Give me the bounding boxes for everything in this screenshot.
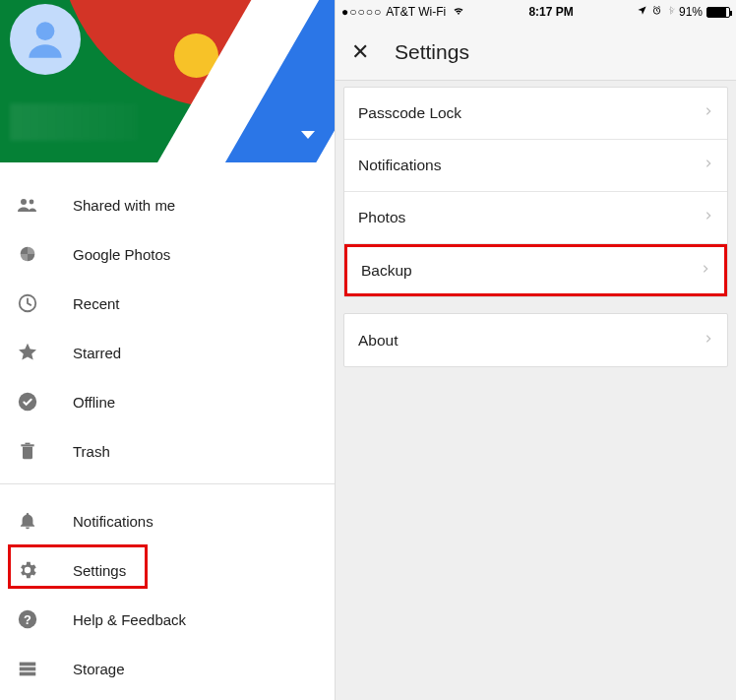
svg-rect-6 xyxy=(26,443,31,445)
sidebar-item-recent[interactable]: Recent xyxy=(0,279,335,328)
account-name-blurred xyxy=(10,103,138,141)
drive-sidebar: Shared with me Google Photos Recent Star… xyxy=(0,0,335,700)
row-notifications[interactable]: Notifications xyxy=(344,140,727,192)
svg-point-2 xyxy=(30,200,34,205)
sidebar-divider xyxy=(0,483,335,484)
sidebar-item-label: Settings xyxy=(73,562,126,579)
settings-header: ✕ Settings xyxy=(336,24,736,81)
settings-title: Settings xyxy=(395,40,469,64)
ios-statusbar: ●○○○○ AT&T Wi-Fi 8:17 PM 91% xyxy=(336,0,736,24)
trash-icon xyxy=(16,439,39,463)
sidebar-item-label: Trash xyxy=(73,443,110,460)
chevron-right-icon xyxy=(704,103,713,123)
sidebar-item-label: Storage xyxy=(73,661,125,677)
chevron-right-icon xyxy=(704,208,713,227)
sidebar-menu-top: Shared with me Google Photos Recent Star… xyxy=(0,162,335,476)
clock-icon xyxy=(16,291,39,315)
offline-icon xyxy=(16,390,39,414)
statusbar-time: 8:17 PM xyxy=(465,5,637,19)
sidebar-item-label: Shared with me xyxy=(73,197,175,214)
row-about[interactable]: About xyxy=(344,314,727,366)
wifi-icon xyxy=(452,5,465,20)
account-dropdown-caret-icon[interactable] xyxy=(301,131,315,139)
location-icon xyxy=(637,5,647,19)
battery-pct: 91% xyxy=(679,5,703,19)
row-label: Photos xyxy=(358,209,704,226)
alarm-icon xyxy=(651,5,662,19)
sidebar-item-offline[interactable]: Offline xyxy=(0,377,335,426)
settings-screen: ●○○○○ AT&T Wi-Fi 8:17 PM 91% ✕ Settings … xyxy=(335,0,736,700)
svg-rect-9 xyxy=(20,663,36,667)
avatar-icon xyxy=(21,15,70,64)
carrier-label: AT&T Wi-Fi xyxy=(386,5,446,19)
storage-icon xyxy=(16,657,39,680)
svg-rect-10 xyxy=(20,668,36,671)
sidebar-item-help-feedback[interactable]: ? Help & Feedback xyxy=(0,595,335,644)
pinwheel-icon xyxy=(16,242,39,266)
svg-rect-5 xyxy=(21,444,33,446)
row-photos[interactable]: Photos xyxy=(344,192,727,244)
sidebar-item-label: Recent xyxy=(73,295,120,312)
chevron-right-icon xyxy=(704,156,713,175)
sidebar-menu-bottom: Notifications Settings ? Help & Feedback… xyxy=(0,492,335,693)
svg-point-1 xyxy=(21,199,27,205)
svg-point-0 xyxy=(36,22,55,40)
sidebar-item-notifications[interactable]: Notifications xyxy=(0,496,335,545)
chevron-right-icon xyxy=(704,331,713,350)
svg-rect-11 xyxy=(20,672,36,676)
star-icon xyxy=(16,341,39,364)
row-label: Backup xyxy=(361,262,701,280)
row-label: Passcode Lock xyxy=(358,104,704,122)
close-icon[interactable]: ✕ xyxy=(351,39,377,65)
sidebar-item-settings[interactable]: Settings xyxy=(0,545,335,595)
signal-dots-icon: ●○○○○ xyxy=(341,5,382,19)
help-icon: ? xyxy=(16,607,39,631)
sidebar-item-label: Notifications xyxy=(73,513,153,530)
sidebar-item-shared-with-me[interactable]: Shared with me xyxy=(0,180,335,229)
sidebar-item-label: Starred xyxy=(73,345,121,361)
sidebar-item-label: Google Photos xyxy=(73,246,170,263)
sidebar-item-google-photos[interactable]: Google Photos xyxy=(0,229,335,279)
row-label: Notifications xyxy=(358,157,704,174)
sidebar-item-starred[interactable]: Starred xyxy=(0,328,335,377)
bluetooth-icon xyxy=(666,4,675,20)
sidebar-header xyxy=(0,0,335,162)
sidebar-item-label: Offline xyxy=(73,394,115,411)
settings-group-1: Passcode Lock Notifications Photos Backu… xyxy=(343,87,728,297)
people-icon xyxy=(16,193,39,217)
svg-text:?: ? xyxy=(24,612,31,627)
row-passcode-lock[interactable]: Passcode Lock xyxy=(344,88,727,140)
settings-group-2: About xyxy=(343,313,728,367)
sidebar-item-label: Help & Feedback xyxy=(73,611,186,628)
gear-icon xyxy=(16,558,39,582)
user-avatar[interactable] xyxy=(10,4,81,75)
sidebar-item-trash[interactable]: Trash xyxy=(0,426,335,476)
sidebar-item-storage[interactable]: Storage xyxy=(0,644,335,693)
statusbar-right: 91% xyxy=(637,4,730,20)
chevron-right-icon xyxy=(701,261,710,281)
bell-icon xyxy=(16,509,39,533)
row-backup[interactable]: Backup xyxy=(344,244,727,296)
app-screens: Shared with me Google Photos Recent Star… xyxy=(0,0,736,700)
row-label: About xyxy=(358,332,704,350)
battery-icon xyxy=(706,7,730,18)
